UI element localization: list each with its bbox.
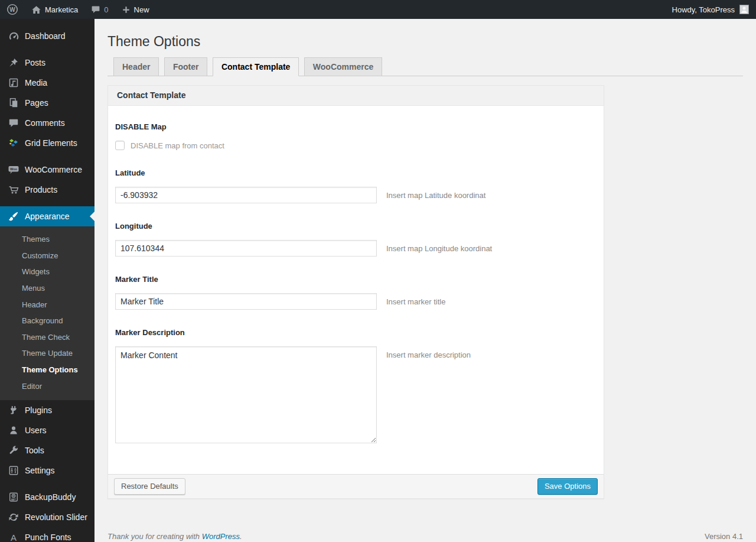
sidebar-item-punch-fonts[interactable]: A Punch Fonts xyxy=(0,527,94,542)
sidebar-item-posts[interactable]: Posts xyxy=(0,53,94,73)
tab-header[interactable]: Header xyxy=(113,57,159,76)
site-name-link[interactable]: Marketica xyxy=(25,0,84,19)
sidebar-item-dashboard[interactable]: Dashboard xyxy=(0,26,94,46)
submenu-item-editor[interactable]: Editor xyxy=(0,378,94,395)
plus-icon xyxy=(122,5,131,14)
latitude-input[interactable] xyxy=(115,187,377,203)
marker-description-field-group: Marker Description Marker Content Insert… xyxy=(115,328,597,443)
tab-contact-template[interactable]: Contact Template xyxy=(213,57,299,76)
sidebar-item-tools[interactable]: Tools xyxy=(0,440,94,460)
menu-separator xyxy=(0,46,94,53)
main-content: Theme Options Header Footer Contact Temp… xyxy=(94,19,756,542)
marker-description-help-text: Insert marker description xyxy=(386,346,471,359)
sidebar-item-label: Tools xyxy=(25,446,44,455)
longitude-label: Longitude xyxy=(115,222,597,231)
howdy-account-link[interactable]: Howdy, TokoPress xyxy=(672,5,735,14)
paintbrush-icon xyxy=(8,210,19,222)
submenu-item-widgets[interactable]: Widgets xyxy=(0,264,94,280)
submenu-item-theme-options[interactable]: Theme Options xyxy=(0,362,94,378)
marker-title-field-group: Marker Title Insert marker title xyxy=(115,275,597,310)
home-icon xyxy=(31,5,41,15)
comment-count: 0 xyxy=(104,5,108,14)
active-menu-arrow xyxy=(90,212,94,221)
sidebar-item-revolution-slider[interactable]: Revolution Slider xyxy=(0,507,94,527)
submenu-item-customize[interactable]: Customize xyxy=(0,248,94,264)
menu-separator xyxy=(0,200,94,206)
marker-description-textarea[interactable]: Marker Content xyxy=(115,346,377,443)
sidebar-item-label: BackupBuddy xyxy=(25,492,76,502)
site-name-label: Marketica xyxy=(45,5,78,14)
comments-indicator[interactable]: 0 xyxy=(84,0,115,19)
submenu-item-themes[interactable]: Themes xyxy=(0,231,94,248)
sidebar-item-label: Posts xyxy=(25,58,45,67)
submenu-item-header[interactable]: Header xyxy=(0,297,94,313)
woocommerce-icon: Woo xyxy=(8,164,19,176)
page-title: Theme Options xyxy=(107,19,743,57)
tab-footer[interactable]: Footer xyxy=(164,57,208,76)
disable-map-label: DISABLE Map xyxy=(115,122,597,131)
svg-text:Woo: Woo xyxy=(10,167,18,171)
sidebar-item-users[interactable]: Users xyxy=(0,420,94,440)
submenu-item-background[interactable]: Background xyxy=(0,313,94,329)
sidebar-item-label: Appearance xyxy=(25,212,70,221)
save-options-button[interactable]: Save Options xyxy=(537,478,598,495)
sidebar-item-backupbuddy[interactable]: BackupBuddy xyxy=(0,487,94,507)
sidebar-item-plugins[interactable]: Plugins xyxy=(0,400,94,420)
longitude-input[interactable] xyxy=(115,240,377,257)
sidebar-item-pages[interactable]: Pages xyxy=(0,93,94,113)
contact-template-panel: Contact Template DISABLE Map DISABLE map… xyxy=(107,85,604,499)
media-icon xyxy=(8,77,19,89)
plugin-icon xyxy=(8,404,19,416)
letter-a-icon: A xyxy=(8,531,19,542)
comment-bubble-icon xyxy=(91,5,100,14)
new-label: New xyxy=(134,5,149,14)
latitude-help-text: Insert map Latitude koordinat xyxy=(386,187,485,200)
pages-icon xyxy=(8,97,19,109)
new-content-menu[interactable]: New xyxy=(115,0,156,19)
sidebar-item-label: Grid Elements xyxy=(25,138,77,148)
panel-footer: Restore Defaults Save Options xyxy=(108,474,604,498)
sidebar-item-woocommerce[interactable]: Woo WooCommerce xyxy=(0,160,94,180)
menu-separator xyxy=(0,481,94,487)
wordpress-link[interactable]: WordPress xyxy=(202,532,240,541)
footer-version: Version 4.1 xyxy=(705,532,743,541)
tab-woocommerce[interactable]: WooCommerce xyxy=(304,57,382,76)
panel-title: Contact Template xyxy=(108,86,604,106)
footer-thanks-prefix: Thank you for creating with xyxy=(107,532,202,541)
grid-elements-icon xyxy=(8,137,19,149)
wordpress-menu[interactable]: W xyxy=(0,0,25,19)
sidebar-item-media[interactable]: Media xyxy=(0,73,94,93)
submenu-item-menus[interactable]: Menus xyxy=(0,280,94,297)
admin-bar: W Marketica 0 New Howdy, TokoPress xyxy=(0,0,756,19)
marker-title-help-text: Insert marker title xyxy=(386,293,445,306)
wordpress-logo-icon: W xyxy=(6,4,18,15)
sidebar-item-label: Comments xyxy=(25,118,65,128)
marker-title-input[interactable] xyxy=(115,293,377,310)
submenu-item-theme-update[interactable]: Theme Update xyxy=(0,345,94,362)
sidebar-item-grid-elements[interactable]: Grid Elements xyxy=(0,133,94,153)
avatar-icon[interactable] xyxy=(739,5,749,14)
longitude-field-group: Longitude Insert map Longitude koordinat xyxy=(115,222,597,257)
sidebar-item-label: Media xyxy=(25,78,47,87)
dashboard-icon xyxy=(8,30,19,42)
menu-separator xyxy=(0,153,94,160)
panel-body: DISABLE Map DISABLE map from contact Lat… xyxy=(108,106,604,474)
longitude-help-text: Insert map Longitude koordinat xyxy=(386,240,492,253)
sidebar-item-settings[interactable]: Settings xyxy=(0,460,94,481)
sidebar-item-label: WooCommerce xyxy=(25,165,82,174)
sidebar-item-comments[interactable]: Comments xyxy=(0,113,94,133)
cart-icon xyxy=(8,184,19,196)
sidebar-item-appearance[interactable]: Appearance xyxy=(0,206,94,226)
sidebar-item-label: Products xyxy=(25,185,57,194)
sidebar-item-label: Plugins xyxy=(25,405,52,415)
restore-defaults-button[interactable]: Restore Defaults xyxy=(114,478,185,495)
submenu-item-theme-check[interactable]: Theme Check xyxy=(0,329,94,346)
sidebar-item-label: Revolution Slider xyxy=(25,512,87,522)
admin-sidebar: Dashboard Posts Media Pages Comments Gri… xyxy=(0,19,94,542)
disable-map-checkbox[interactable] xyxy=(115,141,125,150)
sidebar-item-label: Punch Fonts xyxy=(25,533,71,542)
settings-icon xyxy=(8,465,19,476)
sidebar-item-products[interactable]: Products xyxy=(0,180,94,200)
user-icon xyxy=(8,424,19,436)
disable-map-field-group: DISABLE Map DISABLE map from contact xyxy=(115,122,597,150)
